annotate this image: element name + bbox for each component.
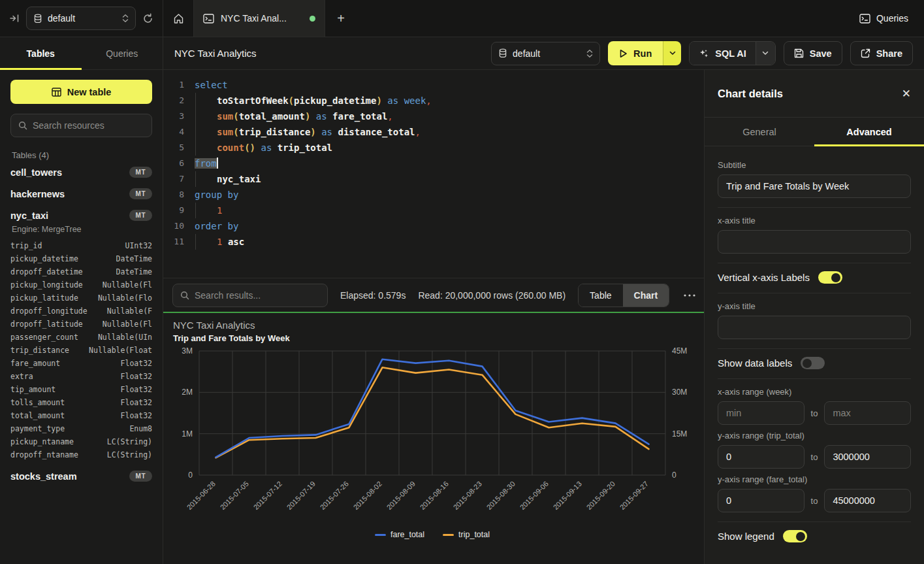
code-line: 6from xyxy=(163,156,704,171)
table-name: stocks_stream xyxy=(10,471,77,482)
column-type: UInt32 xyxy=(125,239,152,252)
column-row: tip_amountFloat32 xyxy=(10,383,152,396)
column-name: dropoff_longitude xyxy=(10,305,88,318)
column-type: Float32 xyxy=(121,409,152,422)
collapse-sidebar-icon[interactable] xyxy=(9,13,20,24)
column-name: passenger_count xyxy=(10,331,78,344)
column-list: trip_idUInt32pickup_datetimeDateTimedrop… xyxy=(10,239,152,461)
new-table-button[interactable]: New table xyxy=(10,80,152,104)
table-list-item[interactable]: stocks_streamMT xyxy=(10,465,152,487)
column-type: Nullable(Fl xyxy=(103,278,152,291)
tab-general[interactable]: General xyxy=(705,118,814,146)
code-token: nyc_taxi xyxy=(217,174,261,184)
engine-badge: MT xyxy=(129,188,152,199)
queries-button[interactable]: Queries xyxy=(844,0,924,37)
code-text: toStartOfWeek(pickup_datetime) as week, xyxy=(184,93,432,108)
table-list-item[interactable]: nyc_taxiMT xyxy=(10,205,152,226)
x-axis-range-row: to xyxy=(718,401,911,425)
close-icon[interactable]: ✕ xyxy=(902,88,911,99)
run-button[interactable]: Run xyxy=(608,41,681,65)
new-tab-button[interactable]: + xyxy=(325,0,357,37)
code-token: ( xyxy=(289,95,294,106)
query-title: NYC Taxi Analytics xyxy=(174,48,257,59)
results-search-input[interactable] xyxy=(195,290,320,301)
run-label: Run xyxy=(633,48,652,59)
save-button[interactable]: Save xyxy=(784,41,842,65)
y-range-fare-min-input[interactable] xyxy=(718,489,805,512)
svg-text:2015-08-16: 2015-08-16 xyxy=(419,480,450,511)
y-range-fare-max-input[interactable] xyxy=(824,489,911,512)
database-icon xyxy=(498,48,507,58)
resource-search[interactable] xyxy=(10,114,152,137)
database-selector[interactable]: default xyxy=(26,7,136,30)
table-list-item[interactable]: hackernewsMT xyxy=(10,183,152,205)
query-database-selector[interactable]: default xyxy=(491,42,600,65)
svg-text:2015-09-06: 2015-09-06 xyxy=(518,480,550,511)
resource-search-input[interactable] xyxy=(33,120,144,131)
sql-ai-button-main[interactable]: SQL AI xyxy=(690,42,756,65)
svg-text:2M: 2M xyxy=(182,388,193,397)
run-button-main[interactable]: Run xyxy=(608,41,663,65)
column-name: payment_type xyxy=(10,422,65,435)
legend-item-fare_total[interactable]: fare_total xyxy=(375,530,424,539)
sidebar-tab-queries[interactable]: Queries xyxy=(82,37,163,69)
vertical-x-axis-labels-label: Vertical x-axis Labels xyxy=(718,272,810,283)
column-name: pickup_ntaname xyxy=(10,435,74,448)
y-axis-title-label: y-axis title xyxy=(718,301,911,311)
code-token: count xyxy=(217,142,244,153)
share-icon xyxy=(861,48,870,58)
x-axis-title-input[interactable] xyxy=(718,230,911,254)
sidebar-tab-tables[interactable]: Tables xyxy=(0,37,82,69)
code-text: count() as trip_total xyxy=(184,140,332,156)
home-tab[interactable] xyxy=(163,0,194,37)
svg-text:1M: 1M xyxy=(182,429,193,439)
view-table-button[interactable]: Table xyxy=(579,284,622,307)
line-number: 2 xyxy=(163,93,184,108)
y-range-trip-max-input[interactable] xyxy=(824,445,911,469)
tab-nyc-taxi-analytics[interactable]: NYC Taxi Anal... xyxy=(194,0,325,37)
line-number: 9 xyxy=(163,203,184,218)
code-token: , xyxy=(387,111,392,122)
divider xyxy=(718,522,911,522)
run-options-caret[interactable] xyxy=(663,41,681,65)
results-search[interactable] xyxy=(172,284,328,307)
subtitle-input[interactable] xyxy=(718,174,911,198)
y-range-trip-min-input[interactable] xyxy=(718,445,805,469)
indent-guide xyxy=(195,124,217,140)
vertical-x-axis-labels-toggle[interactable] xyxy=(818,271,842,284)
more-options-icon[interactable] xyxy=(682,294,697,297)
show-legend-toggle[interactable] xyxy=(783,530,807,542)
tab-advanced[interactable]: Advanced xyxy=(814,118,924,146)
terminal-icon xyxy=(203,14,214,24)
view-chart-button[interactable]: Chart xyxy=(623,284,669,307)
sql-ai-caret[interactable] xyxy=(756,42,775,65)
code-line: 8group by xyxy=(163,187,704,203)
code-text: 1 asc xyxy=(184,234,244,250)
line-number: 6 xyxy=(163,156,184,171)
table-list-item[interactable]: cell_towersMT xyxy=(10,161,152,183)
show-data-labels-toggle[interactable] xyxy=(801,357,825,369)
column-name: dropoff_latitude xyxy=(10,318,83,331)
column-row: extraFloat32 xyxy=(10,370,152,383)
table-icon xyxy=(52,88,61,97)
column-name: tolls_amount xyxy=(10,396,65,409)
code-text: 1 xyxy=(184,203,222,218)
database-icon xyxy=(33,14,42,24)
code-line: 3sum(total_amount) as fare_total, xyxy=(163,108,704,124)
app: default NYC Taxi Anal... xyxy=(0,0,924,564)
refresh-icon[interactable] xyxy=(142,13,153,24)
chart-details-title: Chart details xyxy=(718,88,783,100)
sql-editor[interactable]: 1select2toStartOfWeek(pickup_datetime) a… xyxy=(163,70,704,278)
x-range-max-input[interactable] xyxy=(824,401,911,425)
svg-text:3M: 3M xyxy=(182,346,193,356)
sql-ai-button[interactable]: SQL AI xyxy=(689,41,776,65)
query-database-name: default xyxy=(513,48,581,59)
svg-text:15M: 15M xyxy=(672,429,687,439)
column-row: payment_typeEnum8 xyxy=(10,422,152,435)
svg-text:45M: 45M xyxy=(672,346,687,356)
x-range-min-input[interactable] xyxy=(718,401,805,425)
share-button[interactable]: Share xyxy=(850,41,913,65)
y-axis-title-input[interactable] xyxy=(718,316,911,339)
topbar-left: default xyxy=(0,0,163,37)
legend-item-trip_total[interactable]: trip_total xyxy=(443,530,490,539)
